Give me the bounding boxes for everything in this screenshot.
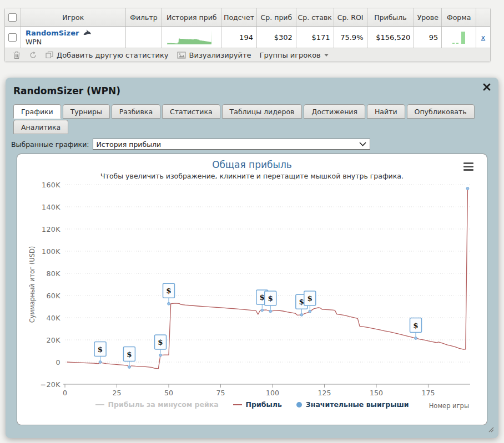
stats-table-header: Игрок Фильтр История приб Подсчет Ср. пр… [5, 8, 490, 27]
y-tick-label: 80K [46, 269, 61, 278]
y-axis-title: Суммарный итог (USD) [28, 243, 36, 325]
legend-line-swatch [95, 404, 104, 405]
form-bar [452, 43, 455, 44]
tab-statistics[interactable]: Статистика [162, 104, 220, 119]
tab-bar-row1: Графики Турниры Разбивка Статистика Табл… [13, 104, 475, 119]
resize-handle[interactable] [487, 426, 494, 432]
chart-title: Общая прибыль [17, 159, 487, 170]
sparkline-area [167, 30, 211, 44]
svg-text:$: $ [98, 345, 103, 354]
win-marker-dot [128, 366, 131, 369]
y-tick-label: −20K [40, 380, 61, 389]
profit-history-sparkline[interactable] [162, 27, 221, 48]
tab-find[interactable]: Найти [367, 104, 405, 119]
legend-item-profit-minus-rake[interactable]: Прибыль за минусом рейка [95, 400, 219, 409]
add-stat-button[interactable]: Добавить другую статистику [46, 51, 169, 59]
table-row: RandomSizer WPN 194 $302 $171 75.9% $156… [5, 27, 490, 48]
svg-text:$: $ [413, 321, 418, 330]
y-tick-label: 0 [56, 358, 61, 366]
win-marker-dot [415, 337, 417, 340]
win-marker[interactable]: $ [304, 291, 316, 313]
delete-icon[interactable] [13, 51, 21, 59]
avg-stake-value: $171 [296, 27, 334, 48]
page: { "colors": { "profit_line": "#b25c5c", … [0, 0, 504, 443]
col-filter[interactable]: Фильтр [125, 8, 162, 26]
win-marker-dot [159, 354, 162, 357]
x-tick-label: 100 [266, 389, 279, 397]
x-tick-label: 25 [113, 389, 122, 397]
chart-legend: Прибыль за минусом рейка Прибыль Значите… [17, 400, 487, 409]
player-name-link[interactable]: RandomSizer [26, 29, 79, 37]
col-count[interactable]: Подсчет [221, 8, 256, 26]
x-tick-label: 125 [318, 389, 331, 397]
y-tick-label: 20K [46, 336, 61, 344]
tab-tournaments[interactable]: Турниры [63, 104, 110, 119]
col-player[interactable]: Игрок [21, 8, 125, 26]
graphs-select-label: Выбранные графики: [11, 140, 89, 149]
copy-icon [46, 51, 53, 59]
y-tick-label: 100K [42, 247, 61, 256]
y-tick-label: 140K [42, 203, 61, 211]
tab-graphs[interactable]: Графики [13, 104, 61, 119]
col-profit[interactable]: Прибыль [367, 8, 414, 26]
x-tick-label: 50 [164, 389, 173, 397]
win-marker-dot [99, 361, 102, 364]
y-tick-label: 60K [46, 292, 61, 300]
win-marker[interactable]: $ [265, 291, 276, 313]
win-marker-dot [261, 309, 264, 312]
col-avg-roi[interactable]: Ср. ROI [334, 8, 367, 26]
avg-profit-value: $302 [256, 27, 296, 48]
tab-bar-row2: Аналитика [13, 120, 68, 134]
chevron-down-icon [359, 142, 366, 146]
win-marker[interactable]: $ [155, 335, 167, 357]
tab-breakdown[interactable]: Разбивка [112, 104, 160, 119]
x-tick-label: 0 [63, 389, 67, 397]
player-groups-dropdown[interactable]: Группы игроков [260, 51, 329, 59]
shark-icon [83, 29, 92, 37]
player-network: WPN [26, 38, 42, 46]
form-bars [441, 27, 476, 48]
profit-value: $156,520 [367, 27, 414, 48]
col-remove [476, 8, 490, 26]
col-form[interactable]: Форма [441, 8, 476, 26]
col-avg-profit[interactable]: Ср. приб [256, 8, 296, 26]
win-marker[interactable] [466, 187, 469, 190]
svg-text:$: $ [308, 294, 313, 303]
win-marker[interactable]: $ [94, 342, 106, 364]
col-avg-stake[interactable]: Ср. ставк [296, 8, 334, 26]
chart-menu-icon[interactable] [463, 162, 473, 172]
graph-type-select[interactable]: История прибыли [93, 139, 370, 150]
legend-item-profit[interactable]: Прибыль [233, 400, 282, 409]
legend-item-significant-wins[interactable]: Значительные выигрыши [296, 400, 409, 409]
x-tick-label: 150 [370, 389, 383, 397]
refresh-icon[interactable] [29, 51, 37, 59]
y-tick-label: 40K [46, 314, 61, 322]
image-icon [177, 52, 186, 59]
filter-cell[interactable] [125, 27, 162, 48]
col-level[interactable]: Урове [414, 8, 441, 26]
row-checkbox[interactable] [8, 33, 17, 42]
win-marker[interactable]: $ [410, 318, 422, 340]
win-marker[interactable]: $ [163, 283, 174, 305]
win-marker-dot [168, 302, 170, 305]
select-all-checkbox[interactable] [8, 13, 17, 22]
chart-panel: 160K140K120K100K80K60K40K20K0−20K0255075… [17, 154, 487, 425]
tab-leaderboards[interactable]: Таблицы лидеров [222, 104, 303, 119]
tab-achievements[interactable]: Достижения [304, 104, 365, 119]
profit-chart-plot[interactable]: 160K140K120K100K80K60K40K20K0−20K0255075… [17, 154, 488, 426]
avg-roi-value: 75.9% [334, 27, 367, 48]
chart-subtitle: Чтобы увеличить изображение, кликните и … [17, 172, 487, 180]
x-tick-label: 175 [422, 389, 435, 397]
player-detail-modal: RandomSizer (WPN) Графики Турниры Разбив… [6, 78, 498, 438]
close-icon[interactable] [482, 82, 492, 92]
svg-text:$: $ [299, 297, 304, 306]
tab-publish[interactable]: Опубликовать [407, 104, 475, 119]
remove-row-link[interactable]: x [481, 33, 485, 42]
tab-analytics[interactable]: Аналитика [13, 120, 68, 134]
count-value: 194 [221, 27, 256, 48]
profit-line [67, 189, 468, 369]
visualize-button[interactable]: Визуализируйте [177, 51, 251, 59]
form-bar [461, 32, 465, 44]
col-profit-history[interactable]: История приб [162, 8, 221, 26]
level-value: 95 [414, 27, 441, 48]
